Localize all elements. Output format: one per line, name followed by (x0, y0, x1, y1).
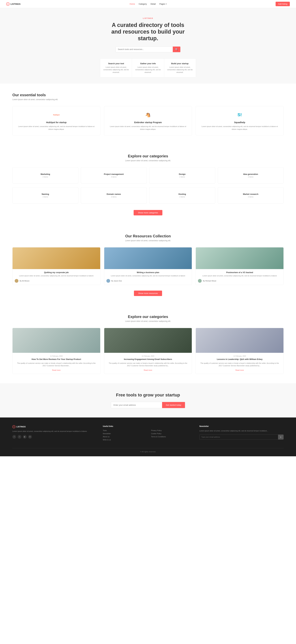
footer-newsletter-desc: Lorem ipsum dolor sit amet, consectetur … (199, 430, 284, 432)
hero-card-gather-desc: Lorem ipsum dolor sit amet, consectetur … (135, 66, 161, 74)
blog-image-3 (196, 328, 284, 353)
category-marketing[interactable]: Marketing 2 items (12, 167, 78, 184)
cta-submit-button[interactable]: Get started today (162, 402, 185, 408)
tool-card-squadhelp[interactable]: S! Squadhelp Lorem ipsum dolor sit amet,… (196, 106, 284, 136)
footer-logo: ◎ LISTINGS (12, 425, 97, 428)
category-domain-names[interactable]: Domain names 2 items (81, 187, 147, 204)
cta-title: Free tools to grow your startup (3, 392, 293, 398)
categories-title-1: Explore our categories (12, 154, 284, 158)
footer-logo-icon: ◎ (12, 425, 15, 428)
newsletter-email-input[interactable] (200, 435, 278, 440)
footer-link-privacy[interactable]: Privacy Policy (151, 430, 193, 432)
category-market-research[interactable]: Market research 2 items (218, 187, 284, 204)
resource-title-2: Writing a business plan (106, 271, 190, 274)
blog-section-title: Explore our categories (12, 314, 284, 319)
resource-card-3[interactable]: Postmortem of a VC-backed Lorem ipsum do… (196, 247, 284, 285)
blog-date-2: 11 February, 2020 (107, 355, 189, 357)
resource-desc-1: Lorem ipsum dolor sit amet, consectetur … (15, 274, 98, 277)
essential-tools-section: Our essential tools Lorem ipsum dolor si… (0, 84, 296, 145)
resource-image-2 (104, 248, 192, 269)
blog-grid: 11 February, 2020 How To Get More Review… (12, 328, 284, 374)
footer-link-about[interactable]: About us (103, 436, 145, 438)
tool-card-embroker[interactable]: 🐴 Embroker startup Program Lorem ipsum d… (104, 106, 192, 136)
blog-card-3[interactable]: 11 February, 2020 Lessons in Leadership:… (196, 328, 284, 374)
category-design[interactable]: Design 2 items (149, 167, 215, 184)
cta-email-input[interactable] (111, 402, 162, 408)
add-listing-button[interactable]: Add listing (276, 2, 290, 6)
footer-legal-col: Privacy Policy Cookie Policy Terms & Con… (151, 425, 193, 442)
category-naming[interactable]: Naming 2 items (12, 187, 78, 204)
chevron-down-icon: ▾ (166, 3, 167, 5)
social-facebook-icon[interactable]: f (12, 435, 16, 439)
blog-read-more-3[interactable]: Read more (235, 369, 244, 371)
hero-title: A curated directory of tools and resourc… (111, 22, 185, 42)
resources-section: Our Resources Collection Lorem ipsum dol… (0, 225, 296, 305)
blog-card-2[interactable]: 11 February, 2020 Increasing Engagement … (104, 328, 192, 374)
footer-legal-spacer (151, 425, 193, 427)
social-youtube-icon[interactable]: ▶ (23, 435, 26, 439)
footer-newsletter-title: Newsletter (199, 425, 284, 427)
hero-card-gather: Gather your info Lorem ipsum dolor sit a… (132, 59, 164, 77)
nav-links: Home Category Detail Pages ▾ (130, 3, 167, 5)
logo-icon: ◎ (6, 2, 9, 6)
footer-grid: ◎ LISTINGS Lorem ipsum dolor sit amet, c… (12, 425, 284, 442)
nav-detail[interactable]: Detail (150, 3, 156, 5)
nav-home[interactable]: Home (130, 3, 135, 5)
hero-card-build-desc: Lorem ipsum dolor sit amet, consectetur … (167, 66, 193, 74)
blog-title-2: Increasing Engagement Among Email Subscr… (107, 358, 189, 361)
blog-desc-2: The quality of customer service can make… (107, 362, 189, 367)
blog-image-1 (12, 328, 100, 353)
squadhelp-logo-icon: S! (199, 111, 280, 119)
blog-read-more-1[interactable]: Read more (52, 369, 60, 371)
blog-card-1[interactable]: 11 February, 2020 How To Get More Review… (12, 328, 100, 374)
logo-text: LISTINGS (10, 3, 20, 5)
send-icon: ➤ (280, 436, 282, 438)
show-more-categories-button[interactable]: Show more categories (134, 210, 162, 216)
footer-brand-col: ◎ LISTINGS Lorem ipsum dolor sit amet, c… (12, 425, 97, 442)
social-twitter-icon[interactable]: t (18, 435, 21, 439)
footer-link-newsletter[interactable]: Newsletter (103, 433, 145, 434)
embroker-logo-icon: 🐴 (107, 111, 189, 119)
show-more-resources-button[interactable]: Show more resources (134, 290, 162, 296)
hero-cards: Search your tool Lorem ipsum dolor sit a… (100, 58, 196, 78)
tool-embroker-desc: Lorem ipsum dolor sit amet, consectetur … (107, 125, 189, 130)
social-linkedin-icon[interactable]: in (28, 435, 32, 439)
hero-card-build-title: Build your startup (167, 62, 193, 65)
navbar: ◎ LISTINGS Home Category Detail Pages ▾ … (0, 0, 296, 8)
author-avatar-3 (198, 279, 202, 283)
tool-hubspot-desc: Lorem ipsum dolor sit amet, consectetur … (16, 125, 97, 130)
footer: ◎ LISTINGS Lorem ipsum dolor sit amet, c… (0, 418, 296, 456)
tool-squadhelp-name: Squadhelp (199, 121, 280, 124)
resource-card-2[interactable]: Writing a business plan Lorem ipsum dolo… (104, 247, 192, 285)
footer-link-write[interactable]: Write to us (103, 439, 145, 441)
category-hosting[interactable]: Hosting 2 items (149, 187, 215, 204)
tool-hubspot-name: HubSpot for startup (16, 121, 97, 124)
category-project-management[interactable]: Project management 3 items (81, 167, 147, 184)
tool-card-hubspot[interactable]: HubSpot HubSpot for startup Lorem ipsum … (12, 106, 100, 136)
nav-pages[interactable]: Pages ▾ (159, 3, 167, 5)
resources-title: Our Resources Collection (12, 234, 284, 238)
nav-category[interactable]: Category (139, 3, 147, 5)
footer-link-cookie[interactable]: Cookie Policy (151, 433, 193, 434)
newsletter-send-button[interactable]: ➤ (278, 435, 284, 440)
tools-grid: HubSpot HubSpot for startup Lorem ipsum … (12, 106, 284, 136)
tool-embroker-name: Embroker startup Program (107, 121, 189, 124)
footer-link-terms[interactable]: Terms & Conditions (151, 436, 193, 438)
search-bar: 🔍 (115, 46, 181, 52)
search-button[interactable]: 🔍 (173, 46, 180, 52)
footer-link-tools[interactable]: Tools (103, 430, 145, 432)
hero-card-search: Search your tool Lorem ipsum dolor sit a… (100, 59, 132, 77)
footer-useful-links-col: Useful links Tools Newsletter About us W… (103, 425, 145, 442)
footer-brand-name: LISTINGS (16, 426, 26, 428)
footer-bottom: © All rights reserved. (12, 448, 284, 452)
logo[interactable]: ◎ LISTINGS (6, 2, 20, 6)
blog-section-subtitle: Lorem ipsum dolor sit amet, consectetur … (12, 320, 284, 322)
resource-title-3: Postmortem of a VC-backed (198, 271, 281, 274)
blog-image-2 (104, 328, 192, 353)
blog-date-1: 11 February, 2020 (15, 355, 98, 357)
category-idea-generation[interactable]: Idea generation 2 items (218, 167, 284, 184)
resource-card-1[interactable]: Quitting my corporate job Lorem ipsum do… (12, 247, 100, 285)
resource-author-1: By Ali Mesee (15, 279, 98, 283)
search-input[interactable] (116, 46, 173, 52)
blog-read-more-2[interactable]: Read more (144, 369, 152, 371)
